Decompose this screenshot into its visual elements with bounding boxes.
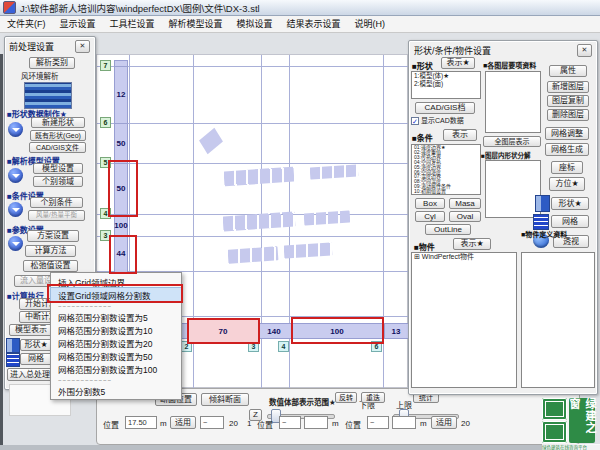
oblique-section-button[interactable]: 倾斜断面 <box>201 393 249 406</box>
menu-toolbar-settings[interactable]: 工具栏设置 <box>103 16 162 32</box>
menu-analysis-model-settings[interactable]: 解析模型设置 <box>162 16 230 32</box>
overlap-button[interactable]: 重迭 <box>361 392 385 403</box>
existing-shape-button[interactable]: 既有形状(Geo) <box>30 130 86 141</box>
building-row <box>304 210 351 225</box>
shape-list[interactable]: 1:模型(体)★ 2:模型(面) <box>411 71 481 99</box>
menu-file[interactable]: 文件夹(F) <box>0 16 53 32</box>
min-field[interactable]: ~ <box>279 416 301 429</box>
grid-adjust-button[interactable]: 网格调整 <box>545 127 589 140</box>
analysis-type-button[interactable]: 解析类别 <box>29 57 75 69</box>
building-row <box>310 164 359 179</box>
apply-button[interactable]: 适用 <box>170 416 196 429</box>
building-row <box>284 242 333 258</box>
outline-primitive-button[interactable]: OutLine <box>425 224 471 235</box>
red-annotation-box-menu <box>47 284 183 303</box>
grid-generate-button[interactable]: 网格生成 <box>545 143 589 156</box>
position-label: 位置 <box>345 419 361 430</box>
menu-bar: 文件夹(F) 显示设置 工具栏设置 解析模型设置 模拟设置 结果表示设置 说明(… <box>0 16 600 33</box>
grid-display-button[interactable]: 网格 <box>551 215 589 228</box>
box-primitive-button[interactable]: Box <box>415 198 445 209</box>
menu-help[interactable]: 说明(H) <box>348 16 393 32</box>
building-icon <box>6 338 20 353</box>
menu-item-division-10[interactable]: 网格范围分割数设置为10 <box>51 323 181 336</box>
tree-expand-icon[interactable]: ⊞ <box>414 253 420 260</box>
v-axis-label[interactable]: 6 <box>100 117 111 128</box>
height-value-field[interactable]: 17.50 <box>125 416 157 429</box>
cad-gis-file-button[interactable]: CAD/GIS文件 <box>29 142 86 153</box>
layer-data-header: ■各图层要项资料 <box>483 60 536 70</box>
down-arrow-icon <box>8 202 23 217</box>
max-field[interactable] <box>392 416 416 429</box>
watermark-stamp-icon <box>542 421 567 443</box>
relaxation-setting-button[interactable]: 松弛值设置 <box>23 260 78 272</box>
menu-item-outer-division-5[interactable]: 外围分割数5 <box>51 384 181 397</box>
menu-display-settings[interactable]: 显示设置 <box>53 16 103 32</box>
down-arrow-icon <box>8 168 23 183</box>
grid-icon <box>533 214 549 230</box>
panel-title: 前处理设置 <box>9 40 54 53</box>
v-axis-label[interactable]: 7 <box>100 60 111 71</box>
tree-item-windperfect[interactable]: ⊞ WindPerfect物件 <box>412 253 516 261</box>
max-field[interactable] <box>304 416 328 429</box>
condition-list[interactable]: 01:速度边界★ 02:速度重值 03:传热边界 04:空间发热 05:浓度边界… <box>411 144 481 195</box>
position-label: 位置 <box>103 419 119 430</box>
grid-display-button[interactable]: 网格 <box>20 353 52 365</box>
v-band-value: 12 <box>117 90 126 99</box>
scheme-setting-button[interactable]: 方案设置 <box>27 230 79 242</box>
menu-item-division-5[interactable]: 网格范围分割数设置为5 <box>51 310 181 323</box>
oval-primitive-button[interactable]: Oval <box>449 211 481 222</box>
show-cad-label: 显示CAD数据 <box>421 117 464 125</box>
individual-domain-button[interactable]: 个别领域 <box>33 176 83 187</box>
shape-list-item[interactable]: 2:模型(面) <box>412 80 480 88</box>
layer-data-list[interactable] <box>485 71 541 133</box>
shape-show-button[interactable]: 表示★ <box>441 57 475 69</box>
condition-header: ■条件 <box>412 132 433 143</box>
wind-heat-balance-button[interactable]: 风量/热量平衡 <box>28 210 85 221</box>
shape-list-item[interactable]: 1:模型(体)★ <box>412 72 480 80</box>
menu-separator: ~~~~~~~~~~~~ <box>51 375 181 384</box>
invert-button[interactable]: 反转 <box>335 392 357 403</box>
menu-item-division-50[interactable]: 网格范围分割数设置为50 <box>51 349 181 362</box>
model-setting-button[interactable]: 模型设置 <box>33 163 83 174</box>
watermark-stamp-icon <box>542 398 567 420</box>
model-display-button[interactable]: 模型表示 <box>9 324 53 336</box>
grid-icon <box>6 353 20 367</box>
add-layer-button[interactable]: 新增图层 <box>547 81 589 93</box>
new-shape-button[interactable]: 新建形状 <box>31 117 85 128</box>
copy-layer-button[interactable]: 图层复制 <box>547 95 589 107</box>
show-cad-checkbox[interactable]: ✓ 显示CAD数据 <box>411 117 464 125</box>
attribute-button[interactable]: 属性 <box>549 65 587 77</box>
menu-simulation-settings[interactable]: 模拟设置 <box>230 16 280 32</box>
decompose-list[interactable] <box>485 160 541 218</box>
object-def-list[interactable] <box>521 252 595 388</box>
band-divider <box>384 323 385 339</box>
building-icon <box>535 195 550 212</box>
min-field[interactable]: ~ <box>367 416 389 429</box>
coordinate-button[interactable]: 座标 <box>551 161 583 174</box>
cad-gis-file-button[interactable]: CAD/GIS档 <box>415 102 475 114</box>
enter-postprocess-button[interactable]: 进入总处理 <box>7 368 53 381</box>
individual-condition-button[interactable]: 个别条件 <box>30 197 83 208</box>
apply-button[interactable]: 适用 <box>431 416 457 429</box>
watermark-name: 绿建之窗 <box>569 398 595 443</box>
delete-layer-button[interactable]: 删除图层 <box>547 109 589 121</box>
object-tree[interactable]: ⊞ WindPerfect物件 <box>411 252 517 388</box>
band-divider <box>114 66 128 67</box>
range-field[interactable]: ~ <box>200 416 224 429</box>
all-layers-show-button[interactable]: 全图层表示 <box>483 136 541 147</box>
shape-display-button[interactable]: 形状★ <box>551 197 589 210</box>
menu-result-display-settings[interactable]: 结果表示设置 <box>280 16 348 32</box>
menu-item-division-20[interactable]: 网格范围分割数设置为20 <box>51 336 181 349</box>
close-icon[interactable]: ✕ <box>75 40 90 53</box>
object-show-button[interactable]: 表示★ <box>453 238 491 250</box>
condition-show-button[interactable]: 表示 <box>443 129 477 141</box>
masa-primitive-button[interactable]: Masa <box>449 198 481 209</box>
shape-display-button[interactable]: 形状★ <box>20 339 52 351</box>
orientation-button[interactable]: 方位★ <box>549 177 585 191</box>
cyl-primitive-button[interactable]: Cyl <box>415 211 445 222</box>
h-axis-label[interactable]: 4 <box>278 341 289 352</box>
close-icon[interactable]: ✕ <box>577 44 592 57</box>
calc-method-button[interactable]: 计算方法 <box>25 245 76 257</box>
condition-item[interactable]: 10:初期值设置 <box>412 189 480 194</box>
menu-item-division-100[interactable]: 网格范围分割数设置为100 <box>51 362 181 375</box>
